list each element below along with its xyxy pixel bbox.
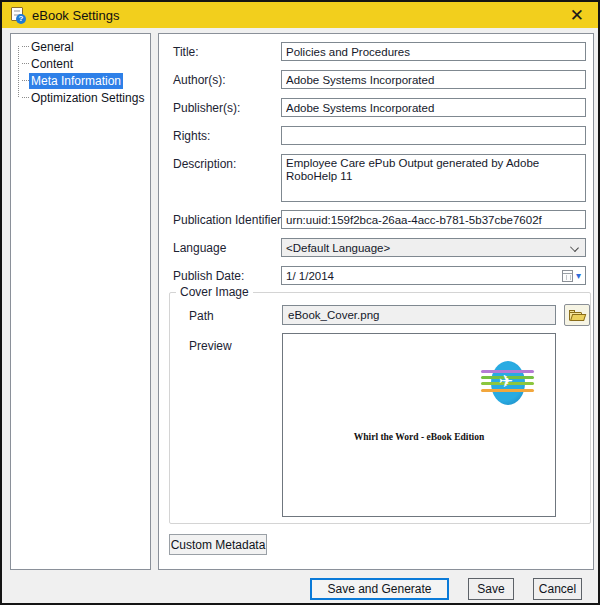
airplane-icon: ✈ bbox=[499, 373, 513, 390]
cover-image-group-label: Cover Image bbox=[176, 285, 253, 299]
open-folder-icon bbox=[569, 310, 585, 321]
title-label: Title: bbox=[173, 45, 199, 59]
sidebar-item-meta-information[interactable]: Meta Information bbox=[15, 72, 148, 89]
title-input[interactable] bbox=[281, 42, 586, 61]
sidebar-item-optimization-settings[interactable]: Optimization Settings bbox=[15, 89, 148, 106]
language-label: Language bbox=[173, 241, 226, 255]
cover-preview: ✈ Whirl the Word - eBook Edition bbox=[282, 333, 556, 517]
language-selected-value: <Default Language> bbox=[286, 242, 390, 254]
cover-path-field[interactable]: eBook_Cover.png bbox=[282, 305, 556, 325]
path-label: Path bbox=[189, 309, 214, 323]
tree-branch-icon bbox=[22, 80, 29, 81]
date-dropdown-icon[interactable]: ▾ bbox=[576, 271, 581, 281]
tree-branch-icon bbox=[22, 97, 29, 98]
publish-date-label: Publish Date: bbox=[173, 269, 244, 283]
custom-metadata-button[interactable]: Custom Metadata bbox=[169, 534, 267, 555]
publishers-label: Publisher(s): bbox=[173, 101, 240, 115]
publishers-input[interactable] bbox=[281, 98, 586, 117]
window-title: eBook Settings bbox=[32, 8, 119, 23]
cover-image-group: Cover Image Path eBook_Cover.png Preview bbox=[169, 292, 591, 524]
cover-title-text: Whirl the Word - eBook Edition bbox=[283, 432, 555, 442]
save-button[interactable]: Save bbox=[468, 578, 514, 600]
save-and-generate-button[interactable]: Save and Generate bbox=[310, 578, 449, 600]
tree-branch-icon bbox=[22, 63, 29, 64]
description-textarea[interactable]: Employee Care ePub Output generated by A… bbox=[281, 154, 586, 202]
chevron-down-icon bbox=[570, 243, 579, 252]
calendar-icon bbox=[562, 270, 573, 282]
publication-identifier-input[interactable] bbox=[281, 210, 586, 229]
meta-information-panel: Title: Author(s): Publisher(s): Rights: … bbox=[158, 33, 594, 570]
tree-branch-icon bbox=[22, 46, 29, 47]
ebook-settings-dialog: ? eBook Settings ✕ General Content Meta … bbox=[0, 0, 600, 605]
sidebar-item-content[interactable]: Content bbox=[15, 55, 148, 72]
close-icon[interactable]: ✕ bbox=[564, 7, 590, 24]
publish-date-value: 1/ 1/2014 bbox=[286, 270, 562, 282]
cover-path-value: eBook_Cover.png bbox=[288, 309, 379, 321]
category-tree-panel: General Content Meta Information Optimiz… bbox=[10, 33, 151, 570]
cover-logo: ✈ bbox=[490, 360, 526, 406]
category-tree: General Content Meta Information Optimiz… bbox=[15, 38, 148, 106]
titlebar: ? eBook Settings ✕ bbox=[2, 2, 598, 28]
authors-input[interactable] bbox=[281, 70, 586, 89]
browse-cover-button[interactable] bbox=[564, 304, 590, 326]
ebook-settings-icon: ? bbox=[10, 7, 26, 23]
authors-label: Author(s): bbox=[173, 73, 226, 87]
publish-date-picker[interactable]: 1/ 1/2014 ▾ bbox=[281, 266, 586, 285]
preview-label: Preview bbox=[189, 339, 232, 353]
cancel-button[interactable]: Cancel bbox=[533, 578, 582, 600]
description-label: Description: bbox=[173, 157, 236, 171]
rights-input[interactable] bbox=[281, 126, 586, 145]
publication-identifier-label: Publication Identifier: bbox=[173, 213, 284, 227]
sidebar-item-general[interactable]: General bbox=[15, 38, 148, 55]
rights-label: Rights: bbox=[173, 129, 210, 143]
language-select[interactable]: <Default Language> bbox=[281, 238, 586, 257]
help-badge-icon: ? bbox=[16, 14, 26, 24]
